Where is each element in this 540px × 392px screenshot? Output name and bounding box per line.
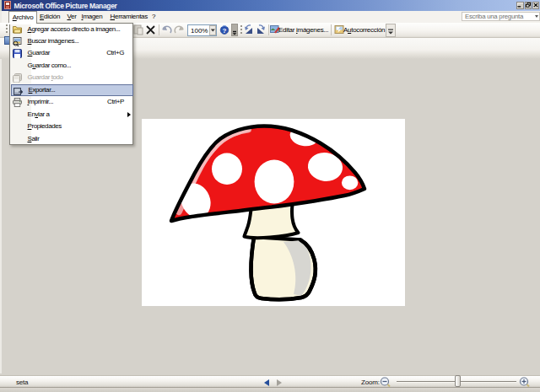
svg-text:?: ? xyxy=(223,27,227,35)
svg-text:100%: 100% xyxy=(191,27,208,35)
